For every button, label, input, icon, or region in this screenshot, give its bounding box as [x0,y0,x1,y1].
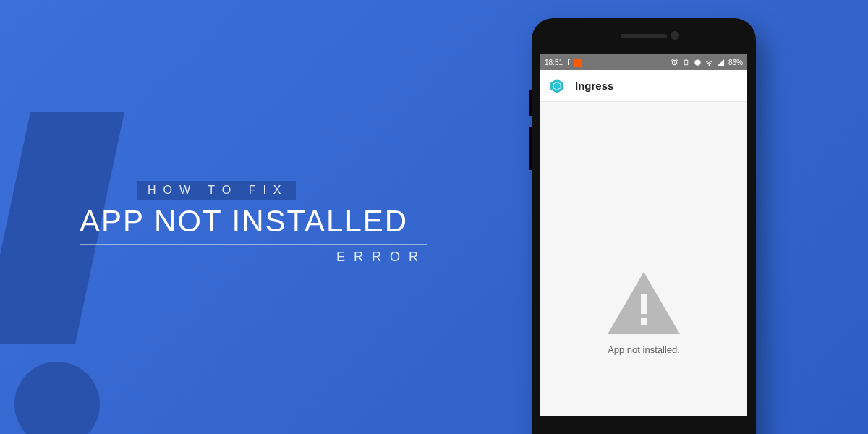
app-content: App not installed. [540,102,747,416]
error-message: App not installed. [608,344,680,355]
headline-error: ERROR [80,250,427,265]
status-bar: 18:51 f 86% [540,54,747,70]
status-right: 86% [671,59,743,67]
phone-rotate-icon [682,59,690,67]
phone-frame: 18:51 f 86% Ingress [532,18,756,434]
ingress-app-icon [549,78,565,94]
phone-volume-button [529,127,532,170]
app-bar: Ingress [540,70,747,102]
svg-rect-6 [641,318,647,325]
phone-screen: 18:51 f 86% Ingress [540,54,747,416]
signal-icon [717,59,725,67]
headline-block: HOW TO FIX APP NOT INSTALLED ERROR [80,181,427,265]
facebook-icon: f [567,58,570,67]
svg-marker-2 [551,79,563,92]
alarm-icon [671,59,678,67]
svg-rect-5 [641,294,647,314]
app-title: Ingress [575,80,613,92]
battery-percent: 86% [728,59,743,67]
status-left: 18:51 f [545,58,582,67]
wifi-icon [705,59,713,67]
headline-main: APP NOT INSTALLED [80,204,427,245]
messenger-icon [694,59,702,67]
warning-icon [608,272,680,334]
status-time: 18:51 [545,59,563,67]
headline-howto: HOW TO FIX [137,181,296,200]
svg-rect-0 [686,59,687,59]
svg-point-1 [694,59,700,65]
exclamation-dot [14,362,100,434]
phone-power-button [529,90,532,116]
notification-icon [574,59,582,67]
